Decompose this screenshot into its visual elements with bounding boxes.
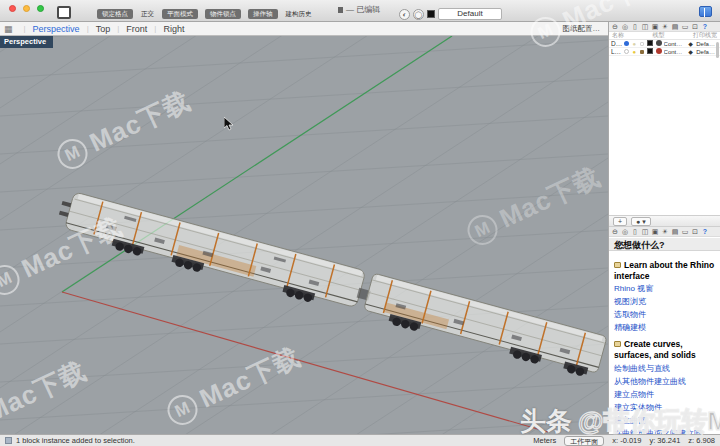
cplane-button[interactable]: 工作平面 (564, 436, 604, 446)
layer-row[interactable]: D…●Cont…◆Defa… (609, 40, 720, 48)
book-icon (614, 341, 621, 347)
window-title: — 已编辑 (338, 4, 380, 15)
toggle-物件锁点[interactable]: 物件锁点 (205, 9, 241, 19)
panel-scrollbar[interactable] (716, 42, 719, 58)
display-mode-select[interactable]: Default (438, 8, 502, 20)
rectangle-tool-icon[interactable] (57, 6, 71, 19)
units-label: Meters (533, 436, 556, 445)
panel-icon[interactable]: ▭ (681, 228, 689, 236)
status-message: 1 block instance added to selection. (16, 436, 135, 445)
box-icon[interactable]: ◫ (641, 228, 649, 236)
link-circles-icon[interactable]: ⊖ (611, 23, 619, 31)
minimize-window-button[interactable] (23, 5, 30, 12)
viewport-tab-top[interactable]: Top (96, 24, 111, 34)
material-icon[interactable] (656, 48, 663, 55)
add-layer-button[interactable]: + (613, 217, 627, 226)
lock-icon[interactable] (639, 40, 646, 47)
help-section-header: Learn about the Rhino interface (614, 260, 715, 281)
layers-column-headers: 名称 线型 打印线宽 (609, 32, 720, 40)
document-icon[interactable]: ▯ (631, 228, 639, 236)
column-name: 名称 (612, 31, 624, 40)
layer-color-swatch[interactable] (647, 40, 655, 47)
panel-icon[interactable]: ▭ (681, 23, 689, 31)
book-icon (614, 262, 621, 268)
coord-z: z: 6.908 (688, 436, 715, 445)
help-icon[interactable]: ? (701, 23, 709, 30)
help-topic-link[interactable]: 绘制曲线与直线 (614, 364, 715, 374)
link-circles-icon[interactable]: ⊖ (611, 228, 619, 236)
display-icon[interactable]: ⊡ (691, 23, 699, 31)
visibility-bulb-icon[interactable]: ● (631, 49, 638, 55)
help-topic-link[interactable]: 建立实体物件 (614, 403, 715, 413)
document-icon[interactable]: ▯ (631, 23, 639, 31)
help-topic-list: Learn about the Rhino interfaceRhino 视窗视… (609, 251, 720, 434)
camera-icon[interactable]: ▣ (651, 23, 659, 31)
help-panel-title: 您想做什么? (609, 238, 720, 251)
viewport-tab-bar: ▦ |Perspective|Top|Front|Right 图纸配置… (0, 22, 608, 36)
status-bar: 1 block instance added to selection. Met… (0, 434, 720, 446)
sun-icon[interactable]: ☀ (661, 23, 669, 31)
layouts-button[interactable]: 图纸配置… (563, 24, 605, 34)
layer-row[interactable]: L…●Cont…◆Defa… (609, 48, 720, 56)
help-topic-link[interactable]: 从其他物件建立曲线 (614, 377, 715, 387)
status-toggle-group: 锁定格点正交平面模式物件锁点操作轴建构历史 (97, 9, 313, 19)
layout-icon[interactable]: ▤ (671, 23, 679, 31)
display-icon[interactable]: ⊡ (691, 228, 699, 236)
help-section-header: Create curves, surfaces, and solids (614, 339, 715, 360)
toggle-锁定格点[interactable]: 锁定格点 (97, 9, 133, 19)
zoom-window-button[interactable] (37, 5, 44, 12)
right-sidebar-panel: ⊖◎▯◫▣☀▤▭⊡? 名称 线型 打印线宽 D…●Cont…◆Defa…L…●C… (608, 22, 720, 434)
help-topic-link[interactable]: Rhino 视窗 (614, 284, 715, 294)
sun-icon[interactable]: ☀ (661, 228, 669, 236)
help-topic-link[interactable]: 视图浏览 (614, 297, 715, 307)
selection-icon (5, 437, 12, 444)
material-icon[interactable] (656, 40, 663, 47)
lock-icon[interactable] (639, 48, 646, 55)
close-window-button[interactable] (9, 5, 16, 12)
help-topic-link[interactable]: 精确建模 (614, 323, 715, 333)
help-topic-link[interactable]: 建立曲面 (614, 416, 715, 426)
split-view-icon[interactable]: ▦ (4, 24, 13, 34)
perspective-viewport[interactable]: Perspective (0, 36, 608, 434)
viewport-canvas (0, 36, 608, 434)
help-icon[interactable]: ? (701, 228, 709, 235)
box-icon[interactable]: ◫ (641, 23, 649, 31)
coord-x: x: -0.019 (612, 436, 641, 445)
shaded-view-icon[interactable]: ◐ (399, 9, 410, 20)
target-icon[interactable]: ◎ (621, 23, 629, 31)
help-topic-link[interactable]: 建立点物件 (614, 390, 715, 400)
viewport-tab-perspective[interactable]: Perspective (33, 24, 80, 34)
train-model[interactable] (54, 189, 607, 380)
display-controls: ◐ ◯ Default (399, 8, 502, 20)
color-swatch[interactable] (427, 10, 435, 18)
current-layer-dot[interactable] (623, 48, 630, 55)
viewport-tab-front[interactable]: Front (126, 24, 147, 34)
panel-tab-strip: ⊖◎▯◫▣☀▤▭⊡? (609, 227, 720, 237)
wireframe-view-icon[interactable]: ◯ (413, 9, 424, 20)
layer-menu-button[interactable]: ● ▾ (631, 217, 651, 226)
sidebar-toggle-icon[interactable] (699, 6, 712, 17)
help-topic-link[interactable]: 选取物件 (614, 310, 715, 320)
toggle-建构历史[interactable]: 建构历史 (285, 9, 313, 19)
current-layer-dot[interactable] (623, 40, 630, 47)
column-linetype: 线型 (653, 31, 665, 40)
visibility-bulb-icon[interactable]: ● (631, 41, 638, 47)
column-print-width: 打印线宽 (693, 31, 717, 40)
viewport-tab-right[interactable]: Right (163, 24, 184, 34)
toggle-操作轴[interactable]: 操作轴 (248, 9, 278, 19)
toggle-平面模式[interactable]: 平面模式 (162, 9, 198, 19)
layer-color-swatch[interactable] (647, 48, 655, 55)
layers-table: D…●Cont…◆Defa…L…●Cont…◆Defa… (609, 40, 720, 56)
coord-y: y: 36.241 (649, 436, 680, 445)
toggle-正交[interactable]: 正交 (140, 9, 155, 19)
document-proxy-icon (338, 7, 343, 13)
layers-footer: + ● ▾ (609, 215, 720, 227)
title-bar: 锁定格点正交平面模式物件锁点操作轴建构历史 — 已编辑 ◐ ◯ Default (0, 0, 720, 22)
camera-icon[interactable]: ▣ (651, 228, 659, 236)
target-icon[interactable]: ◎ (621, 228, 629, 236)
viewport-label-badge[interactable]: Perspective (0, 36, 53, 48)
layout-icon[interactable]: ▤ (671, 228, 679, 236)
